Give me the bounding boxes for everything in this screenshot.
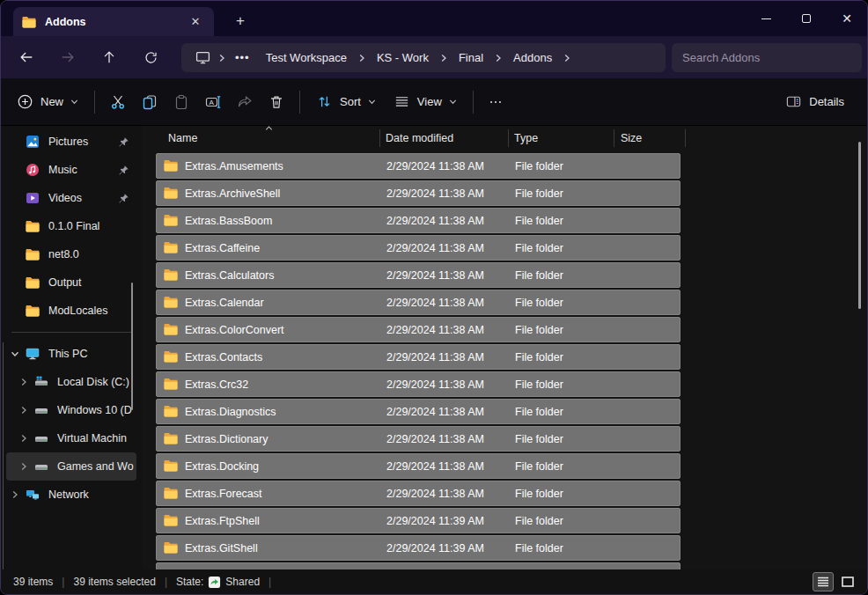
- file-row[interactable]: Extras.Amusements2/29/2024 11:38 AMFile …: [156, 153, 680, 179]
- paste-button[interactable]: [166, 86, 197, 118]
- search-box[interactable]: [672, 43, 862, 72]
- file-row[interactable]: Extras.Calendar2/29/2024 11:38 AMFile fo…: [156, 290, 680, 315]
- search-input[interactable]: [682, 51, 851, 64]
- chevron-right-icon[interactable]: [15, 434, 33, 443]
- sidebar-item-pictures[interactable]: Pictures: [6, 128, 136, 156]
- this-pc-breadcrumb-icon[interactable]: [190, 50, 216, 65]
- rename-button[interactable]: A: [197, 86, 229, 118]
- file-row[interactable]: Extras.Docking2/29/2024 11:38 AMFile fol…: [156, 453, 680, 479]
- view-button[interactable]: View: [385, 86, 466, 117]
- new-button[interactable]: New: [8, 86, 87, 117]
- sidebar-item-virtual-machin[interactable]: Virtual Machin: [6, 424, 136, 452]
- column-header-size[interactable]: Size: [621, 132, 642, 144]
- sidebar-item-output[interactable]: Output: [6, 268, 136, 297]
- breadcrumb-ellipsis[interactable]: •••: [228, 51, 257, 64]
- refresh-button[interactable]: [135, 41, 166, 73]
- details-view-toggle[interactable]: [813, 572, 834, 591]
- sidebar-scrollbar[interactable]: [131, 283, 133, 410]
- folder-icon: [164, 514, 178, 529]
- sidebar-item-modlocales[interactable]: ModLocales: [6, 297, 136, 325]
- column-header-type[interactable]: Type: [514, 132, 538, 144]
- sidebar-item-local-disk-c[interactable]: Local Disk (C:): [6, 368, 136, 396]
- sidebar-item-0-1-0-final[interactable]: 0.1.0 Final: [6, 212, 136, 240]
- file-row[interactable]: Extras.Calculators2/29/2024 11:38 AMFile…: [156, 262, 680, 288]
- folder-icon: [164, 405, 178, 420]
- file-row[interactable]: Extras.ColorConvert2/29/2024 11:38 AMFil…: [156, 317, 680, 342]
- large-icons-view-toggle[interactable]: [837, 572, 858, 591]
- column-divider[interactable]: [379, 129, 380, 147]
- forward-button[interactable]: [52, 41, 84, 73]
- breadcrumb-segment[interactable]: Addons: [504, 51, 561, 64]
- breadcrumb-segment[interactable]: KS - Work: [368, 51, 438, 64]
- state-value: Shared: [225, 576, 260, 588]
- title-bar: Addons ✕ + ✕: [1, 1, 867, 36]
- maximize-button[interactable]: [786, 1, 827, 36]
- copy-button[interactable]: [134, 86, 166, 118]
- file-row[interactable]: Extras.Forecast2/29/2024 11:38 AMFile fo…: [156, 481, 680, 506]
- breadcrumb-chevron-icon[interactable]: [438, 54, 450, 62]
- status-divider: |: [165, 576, 167, 588]
- sidebar-item-net8-0[interactable]: net8.0: [6, 240, 136, 268]
- file-row[interactable]: Extras.Dictionary2/29/2024 11:38 AMFile …: [156, 426, 680, 452]
- sidebar-item-label: 0.1.0 Final: [48, 220, 136, 232]
- minimize-button[interactable]: [746, 1, 786, 36]
- file-name: Extras.Amusements: [185, 160, 283, 173]
- back-button[interactable]: [11, 41, 42, 73]
- file-row[interactable]: Extras.GitShell2/29/2024 11:39 AMFile fo…: [156, 535, 680, 561]
- file-row[interactable]: Extras.Caffeine2/29/2024 11:38 AMFile fo…: [156, 235, 680, 261]
- column-divider[interactable]: [508, 129, 509, 147]
- delete-button[interactable]: [261, 86, 292, 118]
- this-pc-icon: [24, 347, 41, 361]
- breadcrumb-chevron-icon[interactable]: [561, 54, 573, 62]
- file-list-scrollbar[interactable]: [858, 142, 861, 309]
- sidebar-item-label: ModLocales: [48, 305, 136, 317]
- address-bar[interactable]: ••• Test WorkspaceKS - WorkFinalAddons: [181, 43, 666, 72]
- file-row[interactable]: Extras.Contacts2/29/2024 11:38 AMFile fo…: [156, 344, 680, 370]
- state-label: State:: [176, 576, 203, 588]
- file-date: 2/29/2024 11:38 AM: [386, 269, 484, 282]
- new-tab-button[interactable]: +: [228, 9, 253, 33]
- file-type: File folder: [515, 460, 563, 473]
- sort-button[interactable]: Sort: [307, 86, 385, 117]
- chevron-right-icon[interactable]: [15, 406, 33, 415]
- column-header-name[interactable]: Name: [168, 132, 197, 144]
- file-row[interactable]: Extras.ArchiveShell2/29/2024 11:38 AMFil…: [156, 180, 680, 206]
- drive-icon: [33, 431, 50, 445]
- sidebar-item-music[interactable]: Music: [6, 156, 136, 184]
- column-divider[interactable]: [614, 129, 614, 147]
- chevron-right-icon[interactable]: [15, 462, 33, 471]
- details-pane-button[interactable]: Details: [776, 86, 853, 117]
- folder-icon: [164, 459, 178, 474]
- tab-close-icon[interactable]: ✕: [186, 12, 205, 32]
- file-row[interactable]: Extras.BassBoom2/29/2024 11:38 AMFile fo…: [156, 208, 680, 233]
- sidebar-item-this-pc[interactable]: This PC: [6, 340, 136, 368]
- chevron-right-icon[interactable]: [6, 490, 24, 499]
- column-divider[interactable]: [685, 129, 686, 147]
- new-plus-icon: [17, 93, 33, 110]
- sidebar-item-windows-10-d[interactable]: Windows 10 (D: [6, 396, 136, 424]
- sidebar-item-videos[interactable]: Videos: [6, 184, 136, 212]
- share-button[interactable]: [229, 86, 261, 118]
- chevron-down-icon: [70, 98, 78, 106]
- close-button[interactable]: ✕: [827, 1, 867, 36]
- breadcrumb-chevron-icon[interactable]: [356, 54, 368, 62]
- cut-button[interactable]: [102, 86, 134, 118]
- breadcrumb-segment[interactable]: Final: [450, 51, 492, 64]
- chevron-right-icon[interactable]: [15, 378, 33, 386]
- sidebar-item-label: Music: [48, 164, 118, 176]
- file-date: 2/29/2024 11:39 AM: [386, 542, 484, 555]
- sidebar-item-network[interactable]: Network: [6, 481, 136, 509]
- file-row[interactable]: Extras.FtpShell2/29/2024 11:39 AMFile fo…: [156, 508, 680, 533]
- sidebar-item-games-and-wo[interactable]: Games and Wo: [6, 452, 136, 481]
- more-options-button[interactable]: [481, 87, 511, 117]
- os-drive-icon: [33, 375, 50, 389]
- breadcrumb-segment[interactable]: Test Workspace: [257, 51, 356, 64]
- breadcrumb-chevron-icon[interactable]: [492, 54, 504, 62]
- column-header-date[interactable]: Date modified: [386, 132, 453, 144]
- file-date: 2/29/2024 11:38 AM: [386, 378, 484, 391]
- up-button[interactable]: [93, 41, 125, 73]
- file-row[interactable]: Extras.Crc322/29/2024 11:38 AMFile folde…: [156, 371, 680, 397]
- explorer-tab[interactable]: Addons ✕: [13, 7, 214, 36]
- chevron-down-icon[interactable]: [6, 349, 24, 358]
- file-row[interactable]: Extras.Diagnostics2/29/2024 11:38 AMFile…: [156, 399, 680, 424]
